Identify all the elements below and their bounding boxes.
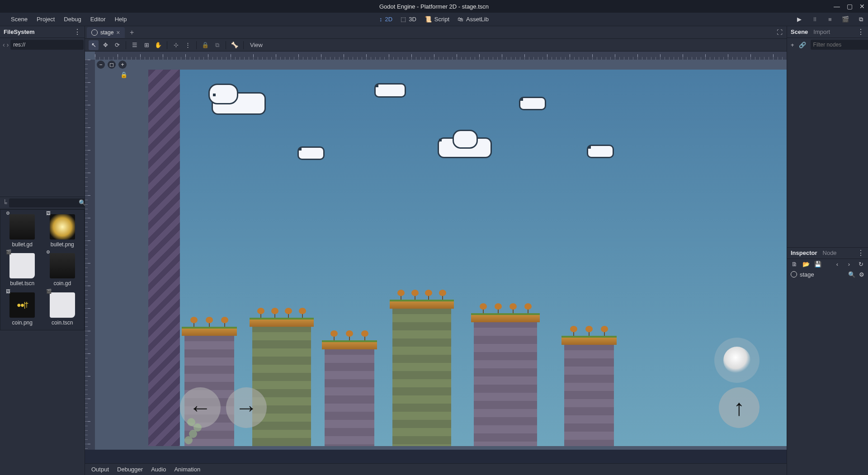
- background-wall: [148, 70, 180, 446]
- filesystem-dock-menu-icon[interactable]: ⋮: [74, 28, 81, 36]
- group-icon[interactable]: ⧉: [212, 40, 222, 50]
- scene-tab-stage[interactable]: stage ×: [87, 27, 125, 38]
- terrain-pillar: [474, 320, 537, 446]
- inspector-object-row[interactable]: stage 🔍 ⚙: [787, 269, 868, 280]
- add-node-button[interactable]: +: [791, 42, 794, 48]
- lock-icon[interactable]: 🔒: [200, 40, 210, 50]
- scene-tree[interactable]: [787, 52, 868, 247]
- list-select-icon[interactable]: ☰: [130, 40, 140, 50]
- inspector-resource-new-icon[interactable]: 🗎: [791, 261, 798, 268]
- window-maximize-button[interactable]: ▢: [846, 3, 853, 9]
- workspace-script-button[interactable]: 📜 Script: [425, 16, 449, 23]
- file-thumb-scene-icon: 🎬: [50, 292, 75, 318]
- file-label: coin.gd: [53, 280, 71, 287]
- inspector-resource-save-icon[interactable]: 💾: [814, 261, 821, 268]
- window-title: Godot Engine - Platformer 2D - stage.tsc…: [379, 3, 489, 10]
- menu-scene[interactable]: Scene: [6, 16, 32, 23]
- canvas-viewport[interactable]: − ◻ + 🔒 ←: [85, 52, 787, 450]
- distraction-free-button[interactable]: ⛶: [774, 29, 785, 36]
- touch-right-button: →: [226, 387, 267, 428]
- file-label: coin.png: [12, 320, 33, 326]
- ruler-tool-icon[interactable]: ⊹: [171, 40, 181, 50]
- workspace-3d-label: 3D: [409, 16, 416, 23]
- bottom-tab-animation[interactable]: Animation: [174, 466, 200, 473]
- snap2-icon[interactable]: ⊞: [142, 40, 151, 50]
- scene-filter-input[interactable]: [811, 40, 868, 50]
- zoom-in-button[interactable]: +: [118, 61, 127, 69]
- add-scene-tab-button[interactable]: +: [127, 28, 137, 37]
- toolbar-separator: [196, 41, 197, 49]
- play-scene-button[interactable]: 🎬: [842, 16, 849, 23]
- cloud-sprite: [212, 92, 266, 115]
- bone-tool-icon[interactable]: 🦴: [230, 40, 240, 50]
- play-button[interactable]: ▶: [796, 16, 803, 23]
- window-minimize-button[interactable]: —: [834, 3, 840, 9]
- workspace-switcher: ↕ 2D ⬚ 3D 📜 Script 🛍 AssetLib: [379, 16, 489, 23]
- inspector-history-back-icon[interactable]: ‹: [834, 261, 841, 268]
- move-tool-icon[interactable]: ✥: [100, 40, 110, 50]
- view-menu-button[interactable]: View: [247, 42, 265, 48]
- stop-button[interactable]: ■: [826, 16, 834, 23]
- bottom-tab-audio[interactable]: Audio: [151, 466, 166, 473]
- node2d-icon: [91, 29, 98, 36]
- fs-forward-button[interactable]: ›: [7, 41, 9, 49]
- workspace-assetlib-label: AssetLib: [466, 16, 489, 23]
- fs-back-button[interactable]: ‹: [3, 41, 5, 49]
- file-thumb-scene-icon: 🎬: [9, 253, 35, 278]
- scene-tab-bar: stage × + ⛶: [85, 26, 787, 39]
- zoom-reset-button[interactable]: ◻: [108, 61, 116, 69]
- cloud-sprite: [519, 97, 546, 110]
- fs-path-input[interactable]: [10, 40, 84, 50]
- menu-help[interactable]: Help: [110, 16, 132, 23]
- panel-divider[interactable]: [85, 450, 787, 463]
- file-item[interactable]: ⚙ bullet.gd: [3, 212, 42, 249]
- play-custom-scene-button[interactable]: ⧉: [857, 16, 864, 23]
- touch-left-button: ←: [180, 387, 221, 428]
- window-titlebar: Godot Engine - Platformer 2D - stage.tsc…: [0, 0, 868, 13]
- select-tool-icon[interactable]: ↖: [89, 40, 99, 50]
- cube-icon: ⬚: [401, 16, 406, 23]
- node-dock-tab[interactable]: Node: [823, 249, 837, 256]
- inspector-search-icon[interactable]: 🔍: [848, 271, 855, 278]
- zoom-controls: − ◻ +: [97, 61, 127, 69]
- filesystem-title: FileSystem: [4, 28, 35, 35]
- pause-button[interactable]: ⏸: [811, 16, 818, 23]
- inspector-resource-load-icon[interactable]: 📂: [802, 261, 810, 268]
- menu-debug[interactable]: Debug: [59, 16, 85, 23]
- inspector-dock-menu-icon[interactable]: ⋮: [857, 249, 864, 257]
- file-item[interactable]: ⚙ coin.gd: [43, 251, 82, 288]
- script-icon: 📜: [425, 16, 432, 23]
- pan-tool-icon[interactable]: ✋: [153, 40, 163, 50]
- file-item[interactable]: 🖼 bullet.png: [43, 212, 82, 249]
- instance-scene-button[interactable]: 🔗: [799, 42, 806, 48]
- terrain-pillar: [252, 324, 311, 446]
- bottom-tab-debugger[interactable]: Debugger: [117, 466, 143, 473]
- file-label: coin.tscn: [52, 320, 73, 326]
- inspector-body[interactable]: [787, 280, 868, 475]
- workspace-assetlib-button[interactable]: 🛍 AssetLib: [458, 16, 489, 23]
- snap-options-icon[interactable]: ⋮: [183, 40, 193, 50]
- zoom-out-button[interactable]: −: [97, 61, 105, 69]
- inspector-dock-tab[interactable]: Inspector: [791, 249, 817, 256]
- file-item[interactable]: 🎬 bullet.tscn: [3, 251, 42, 288]
- inspector-history-fwd-icon[interactable]: ›: [845, 261, 853, 268]
- file-item[interactable]: ●●|†🖼 coin.png: [3, 291, 42, 327]
- workspace-2d-button[interactable]: ↕ 2D: [379, 16, 392, 23]
- scene-dock-tab[interactable]: Scene: [791, 28, 808, 35]
- fs-search-input[interactable]: [9, 198, 88, 207]
- fs-tree-area[interactable]: [0, 52, 85, 197]
- rotate-tool-icon[interactable]: ⟳: [112, 40, 122, 50]
- fs-tree-mode-icon[interactable]: ╘: [3, 199, 7, 207]
- window-close-button[interactable]: ✕: [859, 3, 865, 9]
- menu-project[interactable]: Project: [32, 16, 59, 23]
- scene-dock-menu-icon[interactable]: ⋮: [857, 28, 864, 36]
- inspector-history-icon[interactable]: ↻: [857, 261, 864, 268]
- import-dock-tab[interactable]: Import: [813, 28, 830, 35]
- menu-editor[interactable]: Editor: [86, 16, 110, 23]
- file-item[interactable]: 🎬 coin.tscn: [43, 291, 82, 327]
- bottom-tab-output[interactable]: Output: [91, 466, 109, 473]
- inspector-tools-icon[interactable]: ⚙: [859, 271, 864, 278]
- workspace-script-label: Script: [434, 16, 449, 23]
- workspace-3d-button[interactable]: ⬚ 3D: [401, 16, 416, 23]
- close-icon[interactable]: ×: [116, 29, 120, 36]
